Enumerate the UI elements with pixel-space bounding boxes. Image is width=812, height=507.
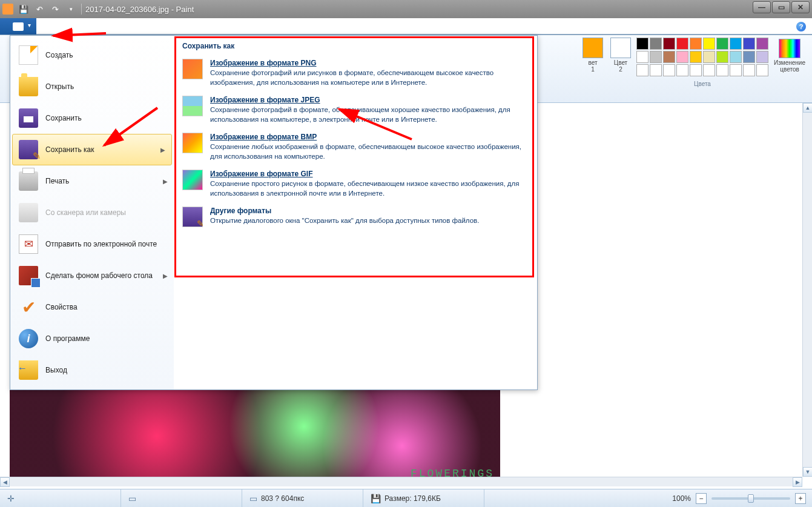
submenu-item-desc: Сохранение фотографий в формате, обеспеч… (210, 105, 529, 124)
palette-color[interactable] (756, 64, 768, 76)
palette-color[interactable] (690, 64, 702, 76)
palette-color[interactable] (676, 38, 688, 50)
png-format-icon (182, 59, 203, 79)
zoom-value: 100% (672, 494, 691, 503)
crosshair-icon: ✛ (7, 494, 15, 503)
help-icon[interactable]: ? (796, 22, 806, 31)
menu-item-saveas[interactable]: Сохранить как▶ (12, 134, 172, 165)
zoom-slider[interactable] (711, 497, 790, 500)
file-menu-icon (13, 22, 24, 31)
submenu-title: Сохранить как (182, 42, 529, 53)
menu-item-wallpaper[interactable]: Сделать фоном рабочего стола▶ (10, 260, 174, 291)
menu-item-label: Свойства (45, 303, 78, 311)
color1-swatch (583, 38, 603, 58)
palette-color[interactable] (650, 51, 662, 63)
submenu-item-jpeg[interactable]: Изображение в формате JPEGСохранение фот… (182, 96, 529, 124)
menu-item-open[interactable]: Открыть (10, 71, 174, 102)
open-icon (19, 77, 38, 96)
color2-selector[interactable]: Цвет 2 (609, 38, 633, 73)
menu-item-save[interactable]: Сохранить (10, 102, 174, 134)
palette-color[interactable] (716, 64, 728, 76)
palette-color[interactable] (756, 38, 768, 50)
close-button[interactable]: ✕ (791, 1, 810, 13)
bmp-format-icon (182, 133, 203, 153)
palette-color[interactable] (636, 51, 649, 63)
palette-color[interactable] (650, 64, 662, 76)
palette-color[interactable] (743, 38, 755, 50)
scroll-right-button[interactable]: ▶ (793, 477, 802, 487)
palette-color[interactable] (636, 38, 649, 50)
app-icon (2, 4, 13, 15)
palette-color[interactable] (690, 38, 702, 50)
palette-color[interactable] (676, 64, 688, 76)
palette-color[interactable] (716, 51, 728, 63)
palette-color[interactable] (730, 51, 742, 63)
submenu-item-desc: Сохранение фотографий или рисунков в фор… (210, 68, 529, 87)
submenu-item-title: Другие форматы (210, 207, 529, 215)
menu-item-label: Сделать фоном рабочего стола (45, 271, 153, 280)
palette-color[interactable] (650, 38, 662, 50)
minimize-button[interactable]: — (753, 1, 771, 13)
titlebar: 💾 ↶ ↷ ▾ 2017-04-02_203606.jpg - Paint — … (0, 0, 812, 18)
color1-selector[interactable]: вет 1 (581, 38, 605, 73)
scroll-down-button[interactable]: ▼ (803, 467, 812, 477)
titlebar-separator (81, 4, 82, 15)
colors-group-label: Цвета (694, 81, 711, 87)
color2-label: Цвет 2 (614, 59, 627, 73)
gif-format-icon (182, 170, 203, 190)
menu-item-props[interactable]: ✔Свойства (10, 291, 174, 323)
palette-color[interactable] (743, 64, 755, 76)
palette-color[interactable] (703, 64, 715, 76)
email-icon (19, 234, 38, 254)
file-menu-button[interactable] (0, 18, 36, 35)
menu-item-label: Печать (45, 177, 69, 185)
statusbar: ✛ ▭ ▭ 803 ? 604пкс 💾 Размер: 179,6КБ 100… (0, 489, 812, 507)
horizontal-scrollbar[interactable]: ◀ ▶ (0, 477, 802, 486)
wallpaper-icon (19, 266, 38, 285)
scroll-up-button[interactable]: ▲ (803, 103, 812, 113)
menu-item-new[interactable]: Создать (10, 39, 174, 71)
submenu-item-bmp[interactable]: Изображение в формате BMPСохранение любы… (182, 133, 529, 161)
file-menu-overlay: СоздатьОткрытьСохранитьСохранить как▶Печ… (10, 35, 538, 390)
submenu-item-gif[interactable]: Изображение в формате GIFСохранение прос… (182, 170, 529, 198)
menu-item-email[interactable]: Отправить по электронной почте (10, 228, 174, 260)
menu-item-scanner: Со сканера или камеры (10, 197, 174, 228)
zoom-in-button[interactable]: + (795, 493, 806, 504)
jpeg-format-icon (182, 96, 203, 116)
menu-item-exit[interactable]: Выход (10, 354, 174, 386)
status-selection: ▭ (121, 489, 242, 507)
ribbon-bar: ? (0, 18, 812, 35)
palette-color[interactable] (730, 38, 742, 50)
palette-color[interactable] (663, 64, 675, 76)
palette-color[interactable] (690, 51, 702, 63)
scroll-left-button[interactable]: ◀ (0, 477, 10, 487)
qat-save-icon[interactable]: 💾 (17, 2, 30, 16)
zoom-thumb[interactable] (748, 494, 754, 503)
palette-color[interactable] (716, 38, 728, 50)
about-icon: i (19, 329, 38, 348)
submenu-item-other[interactable]: Другие форматыОткрытие диалогового окна … (182, 207, 529, 227)
palette-color[interactable] (743, 51, 755, 63)
menu-item-print[interactable]: Печать▶ (10, 165, 174, 197)
palette-color[interactable] (703, 51, 715, 63)
palette-color[interactable] (730, 64, 742, 76)
palette-color[interactable] (756, 51, 768, 63)
palette-color[interactable] (663, 38, 675, 50)
maximize-button[interactable]: ▭ (772, 1, 790, 13)
zoom-out-button[interactable]: − (696, 493, 707, 504)
palette-color[interactable] (703, 38, 715, 50)
color-palette (636, 38, 768, 76)
edit-colors-button[interactable]: Изменение цветов (772, 38, 807, 73)
palette-color[interactable] (663, 51, 675, 63)
menu-item-about[interactable]: iО программе (10, 323, 174, 354)
qat-redo-icon[interactable]: ↷ (48, 2, 62, 16)
qat-customize-icon[interactable]: ▾ (64, 2, 78, 16)
menu-item-label: О программе (45, 334, 90, 343)
vertical-scrollbar[interactable]: ▲ ▼ (802, 103, 812, 477)
qat-undo-icon[interactable]: ↶ (33, 2, 46, 16)
submenu-item-png[interactable]: Изображение в формате PNGСохранение фото… (182, 59, 529, 87)
new-icon (19, 45, 38, 65)
palette-color[interactable] (636, 64, 649, 76)
palette-color[interactable] (676, 51, 688, 63)
submenu-item-desc: Открытие диалогового окна "Сохранить как… (210, 216, 529, 226)
